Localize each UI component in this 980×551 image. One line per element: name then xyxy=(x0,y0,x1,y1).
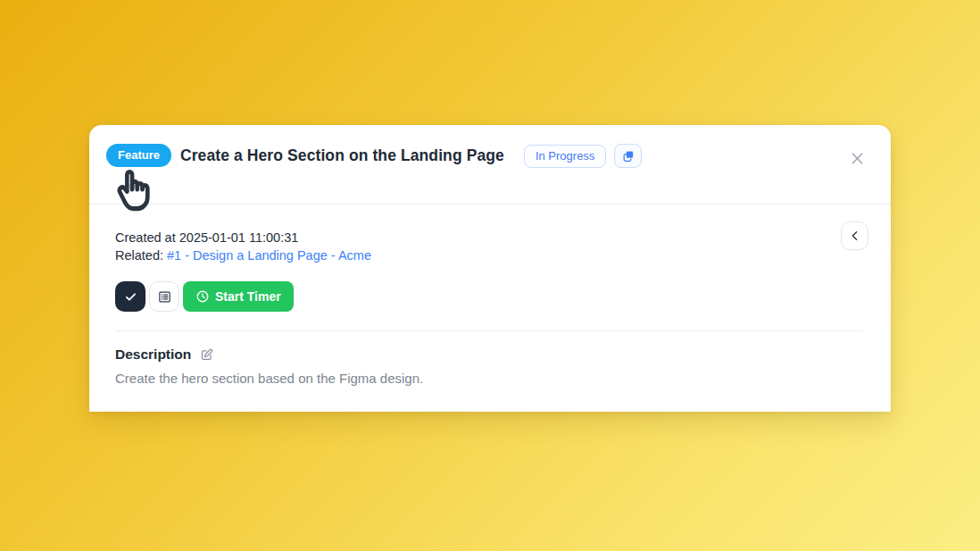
related-row: Related: #1 - Design a Landing Page - Ac… xyxy=(115,246,866,264)
collapse-panel-button[interactable] xyxy=(841,221,868,250)
created-at-value: 2025-01-01 11:00:31 xyxy=(179,230,299,245)
task-title: Create a Hero Section on the Landing Pag… xyxy=(180,144,504,167)
edit-description-button[interactable] xyxy=(199,347,214,363)
copy-icon xyxy=(621,149,635,163)
description-text: Create the hero section based on the Fig… xyxy=(115,369,866,388)
task-details-button[interactable] xyxy=(149,281,179,312)
modal-header: Feature Create a Hero Section on the Lan… xyxy=(89,125,891,204)
section-divider xyxy=(115,330,863,331)
start-timer-button[interactable]: Start Timer xyxy=(183,281,294,312)
close-button[interactable] xyxy=(846,147,868,169)
related-label: Related: xyxy=(115,248,163,263)
description-heading: Description xyxy=(115,346,191,363)
close-icon xyxy=(849,150,866,167)
created-at-row: Created at 2025-01-01 11:00:31 xyxy=(115,229,866,246)
description-header: Description xyxy=(115,346,866,363)
check-icon xyxy=(123,289,138,305)
list-details-icon xyxy=(157,289,172,305)
related-task-link[interactable]: #1 - Design a Landing Page - Acme xyxy=(167,248,371,263)
copy-button[interactable] xyxy=(614,144,642,168)
modal-body: Created at 2025-01-01 11:00:31 Related: … xyxy=(89,204,891,388)
type-badge: Feature xyxy=(106,144,171,167)
edit-square-icon xyxy=(199,347,214,363)
action-buttons-row: Start Timer xyxy=(115,281,866,312)
chevron-left-icon xyxy=(848,229,862,243)
clock-icon xyxy=(195,289,210,304)
status-badge[interactable]: In Progress xyxy=(524,145,606,168)
complete-task-button[interactable] xyxy=(115,281,145,312)
created-at-label: Created at xyxy=(115,230,176,245)
start-timer-label: Start Timer xyxy=(215,289,281,304)
task-detail-modal: Feature Create a Hero Section on the Lan… xyxy=(89,125,891,412)
